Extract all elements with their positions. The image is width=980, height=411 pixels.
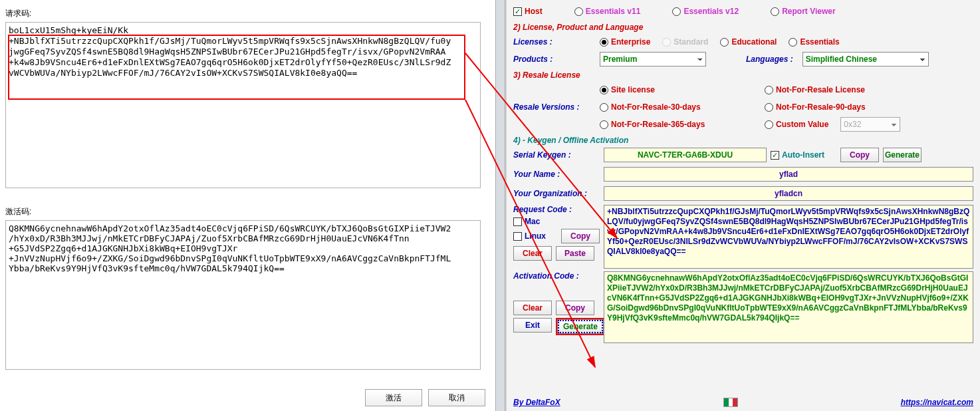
request-code-label-right: Request Code : xyxy=(513,205,600,214)
license-essentials-radio[interactable]: Essentials xyxy=(789,37,839,47)
license-standard-radio: Standard xyxy=(662,37,708,47)
activation-code-field[interactable]: Q8KMNG6ycnehnawW6hApdY2otxOflAz35adt4oEC… xyxy=(5,220,481,370)
host-checkbox[interactable]: ✓Host xyxy=(513,7,543,16)
products-label: Products : xyxy=(513,55,600,64)
request-clear-button[interactable]: Clear xyxy=(513,246,552,261)
activate-button[interactable]: 激活 xyxy=(365,389,422,406)
activation-code-label: 激活码: xyxy=(5,206,490,217)
activation-code-area[interactable]: Q8KMNG6ycnehnawW6hApdY2otxOflAz35adt4oEC… xyxy=(604,271,973,343)
report-viewer-radio[interactable]: Report Viewer xyxy=(771,7,835,16)
your-org-field[interactable] xyxy=(604,186,973,201)
resale-custom-radio[interactable]: Custom Value xyxy=(765,120,828,129)
activation-code-label-right: Activation Code : xyxy=(513,271,600,281)
resale-site-radio[interactable]: Site license xyxy=(600,85,753,94)
resale-30-radio[interactable]: Not-For-Resale-30-days xyxy=(600,102,753,112)
panel-divider xyxy=(495,0,505,411)
serial-generate-button[interactable]: Generate xyxy=(883,148,921,162)
licenses-label: Licenses : xyxy=(513,37,600,47)
resale-90-radio[interactable]: Not-For-Resale-90-days xyxy=(765,102,866,112)
resale-365-radio[interactable]: Not-For-Resale-365-days xyxy=(600,120,753,129)
languages-label: Languages : xyxy=(746,55,793,64)
resale-versions-label: Resale Versions : xyxy=(513,102,600,112)
mac-checkbox[interactable]: Mac xyxy=(513,217,588,226)
section-3-header: 3) Resale License xyxy=(513,70,973,80)
essentials-v11-radio[interactable]: Essentials v11 xyxy=(574,7,641,16)
exit-button[interactable]: Exit xyxy=(513,318,552,333)
custom-value-select: 0x32 xyxy=(840,117,900,132)
auto-insert-checkbox[interactable]: ✓Auto-Insert xyxy=(771,150,824,160)
languages-select[interactable]: Simplified Chinese xyxy=(802,52,929,67)
keygen-panel: ✓Host Essentials v11 Essentials v12 Repo… xyxy=(505,0,980,411)
your-name-field[interactable] xyxy=(604,167,973,182)
request-paste-button[interactable]: Paste xyxy=(556,246,594,261)
serial-keygen-label: Serial Keygen : xyxy=(513,150,600,160)
italy-flag-icon xyxy=(723,398,738,407)
your-name-label: Your Name : xyxy=(513,170,600,179)
linux-checkbox[interactable]: Linux xyxy=(513,231,546,241)
products-select[interactable]: Premium xyxy=(600,52,706,67)
section-4-header: 4) - Keygen / Offline Activation xyxy=(513,136,973,145)
activation-clear-button[interactable]: Clear xyxy=(513,301,552,315)
serial-copy-button[interactable]: Copy xyxy=(840,148,879,162)
activation-copy-button[interactable]: Copy xyxy=(556,301,594,315)
cancel-button[interactable]: 取消 xyxy=(428,389,485,406)
request-copy-button[interactable]: Copy xyxy=(561,229,600,243)
section-2-header: 2) License, Product and Language xyxy=(513,23,973,32)
request-code-area[interactable]: +NBJblfXTi5utrzzcQupCXQPkh1f/GJsMj/TuQmo… xyxy=(604,205,973,269)
your-org-label: Your Organization : xyxy=(513,189,600,198)
serial-keygen-field[interactable] xyxy=(604,148,767,162)
license-enterprise-radio[interactable]: Enterprise xyxy=(600,37,650,47)
essentials-v12-radio[interactable]: Essentials v12 xyxy=(672,7,739,16)
generate-activation-button[interactable]: Generate xyxy=(557,319,604,334)
resale-nfr-radio[interactable]: Not-For-Resale License xyxy=(765,85,865,94)
left-panel: 请求码: boL1cxU15mShg+kyeEiN/Kk +NBJblfXTi5… xyxy=(0,0,495,411)
author-link[interactable]: By DeltaFoX xyxy=(513,398,560,407)
navicat-url-link[interactable]: https://navicat.com xyxy=(901,398,973,407)
request-code-label: 请求码: xyxy=(5,8,490,19)
license-educational-radio[interactable]: Educational xyxy=(720,37,777,47)
request-code-field[interactable]: boL1cxU15mShg+kyeEiN/Kk +NBJblfXTi5utrzz… xyxy=(5,22,481,188)
